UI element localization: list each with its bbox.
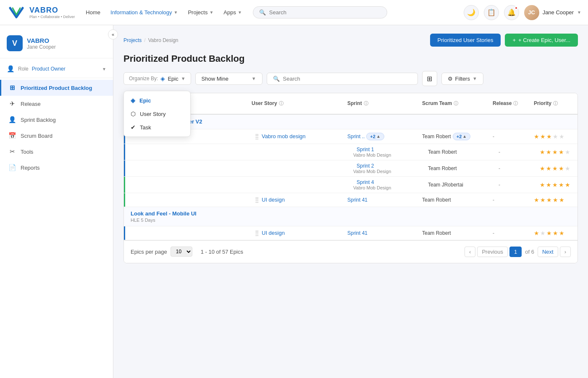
sprint-col-info-icon: ⓘ: [364, 100, 368, 107]
col-release: Release ⓘ: [493, 100, 530, 107]
nav-info-tech[interactable]: Information & Technology ▼: [106, 7, 182, 18]
sidebar-collapse-btn[interactable]: «: [108, 29, 118, 39]
sub-sprint-1-sub: Vabro Mob Design: [353, 152, 425, 158]
sidebar-item-ppb[interactable]: ⊞ Prioritized Product Backlog: [0, 80, 113, 96]
sprint-icon: 👤: [8, 116, 16, 123]
toolbar: Organize By: ◈ Epic ▼ ◈ Epic ⬡ User: [123, 71, 578, 86]
story-1-release: -: [493, 134, 530, 139]
nav-apps[interactable]: Apps ▼: [219, 7, 246, 18]
sub-sprint-1-priority: ★ ★ ★ ★ ★: [540, 149, 578, 155]
breadcrumb: Projects / Vabro Design Prioritized User…: [123, 34, 578, 47]
organize-by-value: Epic: [168, 76, 178, 82]
story-2-sprint-link[interactable]: Sprint 41: [347, 197, 368, 203]
col-priority: Priority ⓘ: [534, 100, 578, 107]
messages-button[interactable]: 📋: [484, 5, 499, 20]
priority-col-info-icon: ⓘ: [553, 100, 558, 107]
view-toggle-btn[interactable]: ⊞: [422, 71, 437, 86]
filters-btn[interactable]: ⚙ Filters ▼: [441, 73, 483, 85]
story-3-sprint: Sprint 41: [347, 230, 419, 236]
sprint-sub-2: Sprint 2 Vabro Mob Design Team Robert - …: [124, 160, 578, 177]
per-page-section: Epics per page 10 20 50: [131, 247, 192, 257]
user-story-menu-icon: ⬡: [131, 110, 136, 117]
sub-sprint-3-priority: ★ ★ ★ ★ ★: [540, 181, 578, 188]
col-user-story: User Story ⓘ: [252, 100, 344, 107]
breadcrumb-projects[interactable]: Projects: [123, 37, 142, 43]
organize-by-dropdown[interactable]: Organize By: ◈ Epic ▼: [123, 72, 191, 85]
info-tech-chevron-icon: ▼: [174, 10, 178, 15]
story-1-team-badge[interactable]: +2 ▲: [453, 133, 470, 140]
epic-2-link[interactable]: Look and Feel - Mobile UI: [131, 210, 197, 217]
story-3-drag-icon: ⣿: [255, 230, 259, 236]
workspace: V VABRO Jane Cooper: [0, 32, 113, 58]
current-page-btn[interactable]: 1: [509, 247, 522, 257]
table-search[interactable]: 🔍: [267, 73, 418, 85]
sub-sprint-3-name[interactable]: Sprint 4: [353, 179, 425, 185]
table-search-input[interactable]: [283, 76, 412, 82]
story-1-sprint-badge[interactable]: +2 ▲: [366, 133, 384, 140]
sidebar-item-reports[interactable]: 📄 Reports: [0, 160, 113, 176]
epic-group-1: Look and Feel - Browser V2 33 ▲: [124, 115, 578, 207]
create-epic-btn[interactable]: + + Create Epic, User...: [505, 34, 578, 47]
vabro-logo-icon: [7, 3, 26, 22]
avatar: JC: [524, 5, 539, 20]
logo: VABRO Plan • Collaborate • Deliver: [7, 3, 75, 22]
top-nav: VABRO Plan • Collaborate • Deliver Home …: [0, 0, 588, 25]
sidebar-nav: ⊞ Prioritized Product Backlog ✈ Release …: [0, 80, 113, 176]
sub-sprint-2-name[interactable]: Sprint 2: [353, 163, 425, 169]
story-2-link[interactable]: ⣿ UI design: [252, 197, 344, 203]
story-2-drag-icon: ⣿: [255, 197, 259, 203]
sidebar-item-sprint[interactable]: 👤 Sprint Backlog: [0, 112, 113, 128]
prev-page-btn[interactable]: Previous: [477, 247, 508, 257]
prioritized-user-stories-btn[interactable]: Prioritized User Stories: [430, 34, 501, 47]
sidebar-item-scrum[interactable]: 📅 Scrum Board: [0, 128, 113, 144]
sub-sprint-3-release: -: [499, 182, 536, 188]
scrum-team-col-info-icon: ⓘ: [454, 100, 458, 107]
notifications-button[interactable]: 🔔: [504, 5, 519, 20]
story-row-1: ⣿ Vabro mob design Sprint .. +2 ▲: [124, 129, 578, 144]
tools-icon: ✂: [8, 148, 16, 155]
sub-sprint-2-release: -: [499, 165, 536, 171]
sub-sprint-3-sub: Vabro Mob Design: [353, 185, 425, 190]
per-page-label: Epics per page: [131, 249, 167, 255]
role-label: Role: [18, 66, 29, 72]
sub-sprint-1-name[interactable]: Sprint 1: [353, 147, 425, 152]
sidebar-item-release[interactable]: ✈ Release: [0, 96, 113, 112]
nav-home[interactable]: Home: [81, 7, 105, 18]
dropdown-item-task[interactable]: ✔ Task: [124, 121, 190, 134]
plus-icon: +: [512, 37, 516, 43]
task-menu-icon: ✔: [131, 124, 136, 131]
sub-sprint-1-team: Team Robert: [428, 149, 495, 155]
release-icon: ✈: [8, 100, 16, 108]
sub-sprint-1-release: -: [499, 149, 536, 155]
dropdown-item-epic[interactable]: ◈ Epic: [124, 94, 190, 107]
sub-sprint-2-team: Team Robert: [428, 165, 495, 171]
story-1-sprint-link[interactable]: Sprint ..: [347, 134, 365, 139]
next-page-icon[interactable]: ›: [560, 247, 571, 257]
user-menu[interactable]: JC Jane Cooper ▼: [524, 5, 581, 20]
nav-projects[interactable]: Projects ▼: [184, 7, 218, 18]
workspace-user: Jane Cooper: [27, 44, 56, 50]
sidebar-item-sprint-label: Sprint Backlog: [21, 117, 56, 123]
next-page-btn[interactable]: Next: [538, 247, 558, 257]
table-body: Look and Feel - Browser V2 33 ▲: [124, 115, 578, 240]
story-1-sprint: Sprint .. +2 ▲: [347, 133, 419, 140]
brand-name: VABRO: [29, 6, 75, 15]
dark-mode-toggle[interactable]: 🌙: [464, 5, 479, 20]
backlog-table: Epic ⓘ User Story ⓘ Sprint ⓘ Scrum Team …: [123, 93, 578, 263]
story-2-release: -: [493, 197, 530, 203]
story-1-link[interactable]: ⣿ Vabro mob design: [252, 133, 344, 139]
story-3-sprint-link[interactable]: Sprint 41: [347, 230, 368, 236]
story-1-expand-icon: ▲: [376, 134, 381, 139]
global-search[interactable]: 🔍: [253, 6, 387, 18]
epic-menu-icon: ◈: [131, 97, 135, 104]
sidebar-item-tools[interactable]: ✂ Tools: [0, 144, 113, 160]
show-mine-dropdown[interactable]: Show Mine ▼: [195, 73, 262, 85]
story-3-link[interactable]: ⣿ UI design: [252, 230, 344, 236]
role-row[interactable]: 👤 Role Product Owner ▼: [0, 62, 113, 78]
dropdown-item-user-story[interactable]: ⬡ User Story: [124, 107, 190, 121]
global-search-input[interactable]: [269, 9, 381, 16]
prev-page-icon[interactable]: ‹: [465, 247, 475, 257]
organize-dropdown-menu: ◈ Epic ⬡ User Story ✔ Task: [123, 91, 191, 137]
per-page-select[interactable]: 10 20 50: [171, 247, 192, 257]
show-mine-chevron-icon: ▼: [252, 76, 256, 81]
